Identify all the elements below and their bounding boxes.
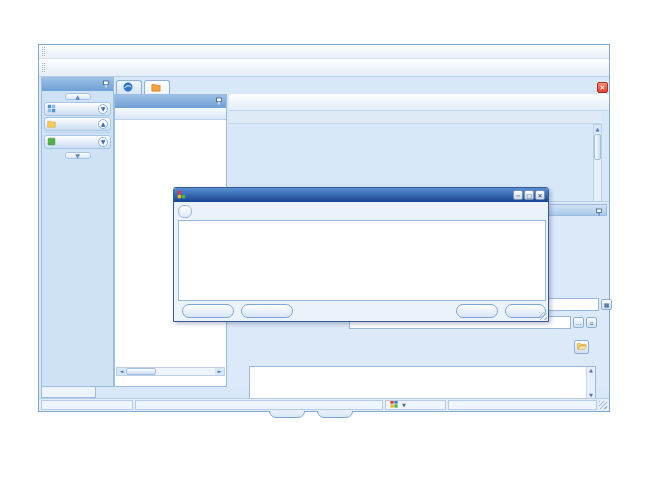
tree-column-header[interactable] [115,108,226,120]
menu-bar [39,45,609,59]
field-2-ellipsis-button[interactable]: … [573,317,584,328]
sidebar-header [42,78,113,91]
sidebar-collapse-strip: ▲ [42,91,113,101]
sidebar-group-project[interactable]: ▼ [44,135,111,149]
scroll-left-icon[interactable]: ◄ [117,368,126,375]
maximize-icon[interactable]: □ [524,190,534,200]
menu-drag-handle[interactable] [42,47,45,56]
group-by-band[interactable] [229,111,601,124]
chevron-down-icon: ▼ [402,401,406,410]
dialog-resize-grip[interactable] [539,312,547,320]
status-bar: ▼ [39,398,609,411]
start-page-icon [123,82,133,94]
tab-document-library[interactable] [144,80,170,94]
scroll-thumb[interactable] [594,134,601,160]
minimize-icon[interactable]: ─ [513,190,523,200]
remark-textarea[interactable]: ▲ ▼ [249,366,596,399]
scroll-thumb[interactable] [126,368,156,375]
sidebar-items [44,132,111,133]
screen: ▲ ▼ ▲ ▼ ▼ [0,0,660,477]
grid-vscrollbar[interactable]: ▲ ▼ [593,124,602,211]
scroll-up-icon[interactable]: ▲ [594,125,601,133]
message-manager-tab[interactable] [41,387,96,398]
authorization-grid [178,220,546,301]
pin-icon[interactable] [595,201,603,220]
pin-icon[interactable] [215,97,223,107]
sidebar-group-document[interactable]: ▲ [44,117,111,131]
quick-setup-button[interactable] [182,304,234,318]
tree-hscrollbar[interactable]: ◄ ► [116,367,225,376]
chevron-down-icon[interactable]: ▼ [98,104,108,114]
pin-icon[interactable] [102,80,110,90]
remark-scrollbar[interactable]: ▲ ▼ [586,367,595,398]
dialog-icon [177,190,186,201]
close-icon[interactable]: ✕ [535,190,545,200]
scroll-right-icon[interactable]: ► [215,368,224,375]
collapse-down-icon[interactable]: ▼ [65,152,91,159]
ui-style-selector[interactable]: ▼ [385,400,447,410]
tree-nodes [115,120,226,121]
toolbar-drag-handle[interactable] [42,63,45,72]
field-1-button[interactable]: ▦ [601,299,612,310]
chevron-down-icon[interactable]: ▼ [98,137,108,147]
version-toolbar [229,94,609,111]
folder-icon [47,119,56,130]
status-ready [135,400,383,410]
collapse-up-icon[interactable]: ▲ [65,93,91,100]
close-tab-icon[interactable]: ✕ [597,82,608,93]
project-icon [47,137,56,148]
dialog-tab-folder-permissions[interactable] [178,205,192,218]
sidebar-collapse-strip-bottom: ▼ [42,150,113,160]
sidebar-group-work[interactable]: ▼ [44,102,111,116]
toolbar [39,59,609,77]
open-folder-button[interactable] [574,340,589,354]
resize-grip[interactable] [599,401,607,409]
ok-button[interactable] [456,304,498,318]
content-tab-bar [114,79,609,94]
style-palette-icon [390,400,398,410]
field-2-clear-button[interactable]: ▫ [586,317,597,328]
sidebar: ▲ ▼ ▲ ▼ ▼ [41,77,114,387]
status-company [41,400,133,410]
status-session [448,400,597,410]
authorization-dialog: ─ □ ✕ [173,187,549,322]
tab-start-page[interactable] [116,80,142,94]
chevron-up-icon[interactable]: ▲ [98,119,108,129]
tree-panel-header [115,95,226,108]
permission-sync-button[interactable] [241,304,293,318]
dialog-title-bar[interactable]: ─ □ ✕ [174,188,548,202]
doc-lib-tab-icon [151,82,161,94]
grid-icon [47,104,56,115]
